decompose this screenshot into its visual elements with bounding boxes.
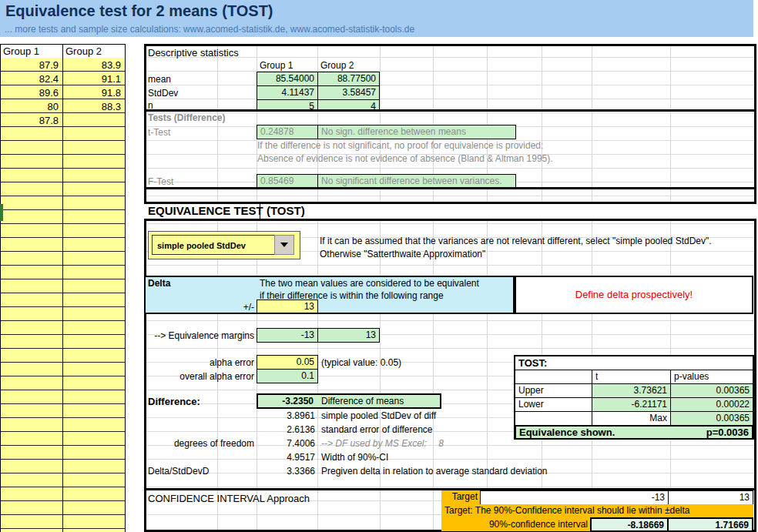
t-test-note-1: If the difference is not significant, no… xyxy=(257,140,543,152)
group1-value-cell[interactable]: 82.4 xyxy=(2,73,59,85)
chevron-down-icon xyxy=(280,243,288,247)
tests-title: Tests (Difference) xyxy=(148,112,225,124)
ci-label: 90%-confidence interval xyxy=(441,518,591,531)
tost-upper-label: Upper xyxy=(515,383,592,398)
section-divider xyxy=(144,109,756,112)
group1-value-cell[interactable]: 87.9 xyxy=(2,59,59,71)
ci-target-high-cell: 13 xyxy=(668,490,753,505)
group1-value-cell[interactable]: 87.8 xyxy=(2,115,59,126)
tost-lower-t-cell: -6.21171 xyxy=(592,397,671,412)
mean-label: mean xyxy=(148,74,171,85)
ci-width-desc: Width of 90%-CI xyxy=(321,452,388,463)
tost-result-text: Equivalence shown. xyxy=(519,427,615,438)
tost-table-title: TOST: xyxy=(515,356,753,370)
descriptive-col2-header: Group 2 xyxy=(320,60,354,72)
descriptive-title: Descriptive statistics xyxy=(148,47,239,59)
stddev-group1-cell: 4.11437 xyxy=(257,85,318,100)
group1-value-cell[interactable]: 80 xyxy=(2,101,59,112)
spreadsheet-window: Equivalence test for 2 means (TOST) ... … xyxy=(0,0,758,532)
method-dropdown[interactable]: simple pooled StdDev xyxy=(152,235,275,255)
delta-value-cell[interactable]: 13 xyxy=(257,299,318,313)
delta-stddev-value: 3.3366 xyxy=(257,466,315,477)
overall-alpha-label: overall alpha error xyxy=(144,371,254,383)
tost-lower-p-cell: 0.00022 xyxy=(670,397,753,412)
ci-target-label: Target xyxy=(441,490,481,504)
tost-header-t: t xyxy=(592,370,671,384)
page-subtitle[interactable]: ... more tests and sample size calculati… xyxy=(5,24,414,35)
method-hint-2: Otherwise "Satterthwaite Approximation" xyxy=(320,249,485,260)
group1-value-cell[interactable]: 89.6 xyxy=(2,87,59,99)
tost-upper-p-cell: 0.00365 xyxy=(670,383,753,398)
dof-value: 7.4006 xyxy=(257,438,315,450)
difference-desc: Difference of means xyxy=(321,396,404,407)
stddev-group2-cell: 3.58457 xyxy=(317,85,380,100)
alpha-hint: (typical value: 0.05) xyxy=(321,357,401,369)
tost-max-p-cell: 0.00365 xyxy=(670,411,753,426)
method-hint-1: If it can be assumed that the variances … xyxy=(320,236,712,247)
group2-column-header: Group 2 xyxy=(62,44,126,59)
alpha-label: alpha error xyxy=(144,357,254,369)
ci-low-cell: -8.18669 xyxy=(590,517,669,532)
dof-label: degrees of freedom xyxy=(144,438,254,450)
cell-border xyxy=(260,204,260,219)
mean-group1-cell: 85.54000 xyxy=(257,72,318,86)
margin-high-cell: 13 xyxy=(317,328,380,343)
descriptive-col1-header: Group 1 xyxy=(260,60,293,72)
t-test-value-cell: 0.24878 xyxy=(257,125,318,139)
delta-line-1: The two mean values are considered to be… xyxy=(260,278,479,289)
ci-note: Target: The 90%-Confidence interval shou… xyxy=(441,504,753,518)
group2-value-cell[interactable]: 91.1 xyxy=(64,73,121,85)
mean-group2-cell: 88.77500 xyxy=(317,72,380,86)
ci-high-cell: 1.71669 xyxy=(667,517,753,532)
dropdown-arrow-button[interactable] xyxy=(274,235,294,255)
group2-value-cell[interactable]: 91.8 xyxy=(64,87,121,99)
group2-value-cell[interactable]: 83.9 xyxy=(64,59,121,71)
f-test-label: F-Test xyxy=(148,176,173,188)
delta-label: Delta xyxy=(148,278,170,289)
equivalence-header: EQUIVALENCE TEST (TOST) xyxy=(148,205,305,216)
ci-title: CONFIDENCE INTERVAL Approach xyxy=(148,493,310,504)
stddev-label: StdDev xyxy=(148,88,178,99)
alpha-value-cell[interactable]: 0.05 xyxy=(257,355,318,370)
delta-warning-text: Define delta prospectively! xyxy=(516,277,752,313)
row-marker xyxy=(0,204,3,221)
delta-plusminus-label: +/- xyxy=(227,302,254,313)
delta-stddev-desc: Pregiven delta in relation to average st… xyxy=(321,466,548,477)
tost-header-blank xyxy=(515,370,592,384)
ci-target-low-cell: -13 xyxy=(480,490,669,505)
group2-value-cell[interactable]: 88.3 xyxy=(64,101,121,112)
tost-result-row: Equivalence shown. p=0.0036 xyxy=(515,425,753,440)
overall-alpha-value-cell: 0.1 xyxy=(257,369,318,383)
page-title: Equivalence test for 2 means (TOST) xyxy=(5,2,273,20)
delta-warning-box: Define delta prospectively! xyxy=(515,276,753,314)
group1-column-header: Group 1 xyxy=(0,44,63,59)
tost-max-label: Max xyxy=(592,411,671,426)
group1-input-column[interactable] xyxy=(0,58,63,532)
std-error-desc: standard error of difference xyxy=(321,424,433,436)
std-error-value: 2.6136 xyxy=(257,424,315,436)
delta-stddev-label: Delta/StdDevD xyxy=(148,466,209,477)
tost-lower-label: Lower xyxy=(515,397,592,412)
t-test-message-cell: No sign. difference between means xyxy=(317,125,516,139)
n-group1-cell: 5 xyxy=(257,99,318,110)
tost-max-blank xyxy=(515,411,592,426)
difference-of-means-box: -3.2350 Difference of means xyxy=(257,393,441,409)
tost-result-pvalue: p=0.0036 xyxy=(706,427,749,438)
dof-excel-value: 8 xyxy=(438,438,444,449)
n-group2-cell: 4 xyxy=(317,99,380,110)
pooled-stddev-value: 3.8961 xyxy=(257,410,315,422)
dof-excel-note-text: --> DF used by MS Excel: xyxy=(321,438,427,449)
group2-input-column[interactable] xyxy=(62,58,126,532)
method-dropdown-value: simple pooled StdDev xyxy=(157,240,246,252)
margins-label: --> Equivalence margins xyxy=(144,330,254,342)
ci-width-value: 4.9517 xyxy=(257,452,315,463)
t-test-label: t-Test xyxy=(148,127,170,139)
pooled-stddev-desc: simple pooled StdDev of diff xyxy=(321,410,436,422)
margin-low-cell: -13 xyxy=(257,328,318,343)
difference-value: -3.2350 xyxy=(258,396,314,407)
section-divider xyxy=(144,187,756,189)
t-test-note-2: Absence of evidence is not evidence of a… xyxy=(257,153,553,165)
difference-label: Difference: xyxy=(148,396,200,407)
dof-excel-note: --> DF used by MS Excel: 8 xyxy=(321,438,444,450)
tost-header-p: p-values xyxy=(670,370,753,384)
